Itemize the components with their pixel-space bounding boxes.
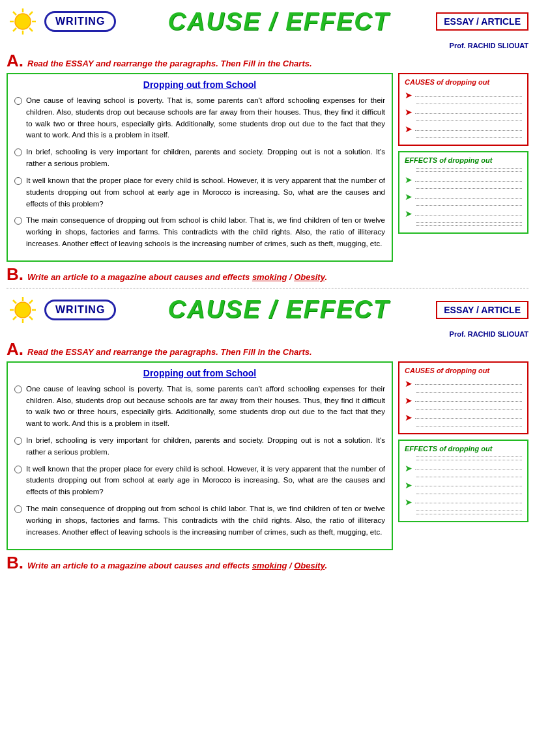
effects-extra-top-2 bbox=[416, 456, 522, 457]
causes-dotted-3 bbox=[415, 130, 522, 131]
causes-dotted-2-3 bbox=[415, 418, 522, 419]
causes-line-2-1: ➤ bbox=[405, 378, 522, 389]
essay-article-label-2: ESSAY / ARTICLE bbox=[444, 305, 521, 315]
causes-dotted-2 bbox=[415, 113, 522, 114]
causes-line-2-2: ➤ bbox=[405, 395, 522, 406]
causes-chart-box: CAUSES of dropping out ➤ ➤ ➤ bbox=[398, 73, 528, 146]
essay-paragraph-4: The main consequence of dropping out fro… bbox=[14, 215, 385, 249]
effects-dotted-2-2 bbox=[415, 486, 522, 486]
sun-icon-2 bbox=[7, 294, 39, 326]
essay-article-box-2: ESSAY / ARTICLE bbox=[436, 301, 528, 319]
effects-extra-3 bbox=[416, 222, 522, 223]
charts-column-2: CAUSES of dropping out ➤ ➤ ➤ bbox=[398, 361, 528, 550]
essay-title: Dropping out from School bbox=[14, 79, 385, 90]
effects-extra-top bbox=[416, 168, 522, 169]
effects-arrow-2-2: ➤ bbox=[405, 480, 412, 490]
writing-badge-2: WRITING bbox=[44, 300, 116, 320]
effects-extra-top2-2 bbox=[416, 460, 522, 460]
causes-line-2: ➤ bbox=[405, 107, 522, 117]
causes-extra-dotted-2-2 bbox=[416, 409, 522, 410]
effects-dotted-2-3 bbox=[415, 503, 522, 503]
section-b-text: Write an article to a magazine about cau… bbox=[27, 272, 327, 282]
smoking-word: smoking bbox=[252, 272, 287, 282]
causes-dotted-1 bbox=[415, 96, 522, 97]
page-divider bbox=[7, 288, 528, 288]
svg-line-8 bbox=[13, 28, 16, 31]
svg-line-15 bbox=[29, 316, 33, 320]
essay-paragraph-2-1: One cause of leaving school is poverty. … bbox=[14, 384, 385, 430]
paragraph-circle-3 bbox=[14, 177, 22, 185]
second-worksheet: WRITING CAUSE / EFFECT ESSAY / ARTICLE P… bbox=[7, 294, 528, 571]
effects-line-2: ➤ bbox=[405, 191, 522, 202]
main-content-row: Dropping out from School One cause of le… bbox=[7, 73, 528, 262]
svg-line-7 bbox=[29, 12, 33, 15]
causes-arrow-1: ➤ bbox=[405, 90, 412, 100]
cause-effect-title: CAUSE / EFFECT bbox=[128, 8, 429, 36]
effects-chart-title-2: EFFECTS of dropping out bbox=[405, 445, 522, 453]
effects-dotted-1 bbox=[415, 181, 522, 182]
effects-extra-2-4 bbox=[416, 514, 522, 514]
causes-dotted-2-2 bbox=[415, 401, 522, 402]
main-content-row-2: Dropping out from School One cause of le… bbox=[7, 361, 528, 550]
effects-arrow-3: ➤ bbox=[405, 208, 412, 219]
essay-paragraph-3: It well known that the proper place for … bbox=[14, 175, 385, 210]
instruction-a-text-2: Read the ESSAY and rearrange the paragra… bbox=[27, 347, 312, 357]
effects-extra-1 bbox=[416, 188, 522, 189]
causes-extra-dotted-3 bbox=[416, 137, 522, 138]
obesity-word: Obesity bbox=[294, 272, 325, 282]
causes-chart-title-2: CAUSES of dropping out bbox=[405, 367, 522, 374]
effects-dotted-2-1 bbox=[415, 469, 522, 469]
causes-chart-title: CAUSES of dropping out bbox=[405, 78, 522, 86]
obesity-word-2: Obesity bbox=[294, 561, 325, 570]
causes-arrow-2-3: ➤ bbox=[405, 412, 412, 423]
causes-extra-dotted-2-3 bbox=[416, 426, 522, 427]
paragraph-circle-4 bbox=[14, 217, 22, 225]
header-row: WRITING CAUSE / EFFECT ESSAY / ARTICLE bbox=[7, 5, 528, 38]
professor-name-2: Prof. RACHID SLIOUAT bbox=[7, 330, 528, 338]
essay-paragraph-1: One cause of leaving school is poverty. … bbox=[14, 95, 385, 141]
causes-line-1: ➤ bbox=[405, 90, 522, 100]
essay-paragraph-2: In brief, schooling is very important fo… bbox=[14, 147, 385, 170]
effects-extra-2-2 bbox=[416, 494, 522, 494]
svg-point-9 bbox=[15, 302, 31, 318]
effects-extra-4 bbox=[416, 225, 522, 226]
effects-line-1: ➤ bbox=[405, 175, 522, 185]
effects-arrow-2-3: ➤ bbox=[405, 497, 412, 507]
cause-effect-title-2: CAUSE / EFFECT bbox=[128, 296, 429, 324]
causes-arrow-3: ➤ bbox=[405, 124, 412, 134]
effects-arrow-1: ➤ bbox=[405, 175, 412, 185]
letter-a-badge-2: A. bbox=[7, 341, 23, 357]
essay-article-label: ESSAY / ARTICLE bbox=[444, 16, 521, 27]
effects-chart-title: EFFECTS of dropping out bbox=[405, 156, 522, 164]
paragraph-circle-2-1 bbox=[14, 385, 22, 393]
writing-badge: WRITING bbox=[44, 11, 116, 32]
professor-name: Prof. RACHID SLIOUAT bbox=[7, 42, 528, 49]
essay-paragraph-2-3: It well known that the proper place for … bbox=[14, 464, 385, 498]
essay-paragraph-2-2: In brief, schooling is very important fo… bbox=[14, 435, 385, 458]
effects-arrow-2: ➤ bbox=[405, 191, 412, 202]
effects-line-2-2: ➤ bbox=[405, 480, 522, 490]
svg-point-0 bbox=[15, 14, 31, 29]
effects-line-3: ➤ bbox=[405, 208, 522, 219]
causes-arrow-2: ➤ bbox=[405, 107, 412, 117]
paragraph-circle-2-3 bbox=[14, 466, 22, 473]
causes-line-2-3: ➤ bbox=[405, 412, 522, 423]
effects-extra-2-3 bbox=[416, 511, 522, 511]
instruction-a-line-2: A. Read the ESSAY and rearrange the para… bbox=[7, 341, 528, 357]
causes-arrow-2-2: ➤ bbox=[405, 395, 412, 406]
first-worksheet: WRITING CAUSE / EFFECT ESSAY / ARTICLE P… bbox=[7, 5, 528, 283]
effects-line-2-1: ➤ bbox=[405, 463, 522, 473]
svg-line-6 bbox=[29, 28, 33, 31]
paragraph-circle-1 bbox=[14, 97, 22, 105]
effects-extra-top2 bbox=[416, 171, 522, 172]
essay-box: Dropping out from School One cause of le… bbox=[7, 73, 393, 262]
svg-line-16 bbox=[29, 300, 33, 303]
essay-title-2: Dropping out from School bbox=[14, 368, 385, 378]
essay-paragraph-2-4: The main consequence of dropping out fro… bbox=[14, 503, 385, 538]
instruction-a-line: A. Read the ESSAY and rearrange the para… bbox=[7, 52, 528, 69]
section-b-line: B. Write an article to a magazine about … bbox=[7, 266, 528, 283]
letter-b-badge-2: B. bbox=[7, 554, 23, 571]
header-row-2: WRITING CAUSE / EFFECT ESSAY / ARTICLE bbox=[7, 294, 528, 326]
section-b-text-2: Write an article to a magazine about cau… bbox=[27, 561, 327, 570]
instruction-a-text: Read the ESSAY and rearrange the paragra… bbox=[27, 59, 312, 68]
